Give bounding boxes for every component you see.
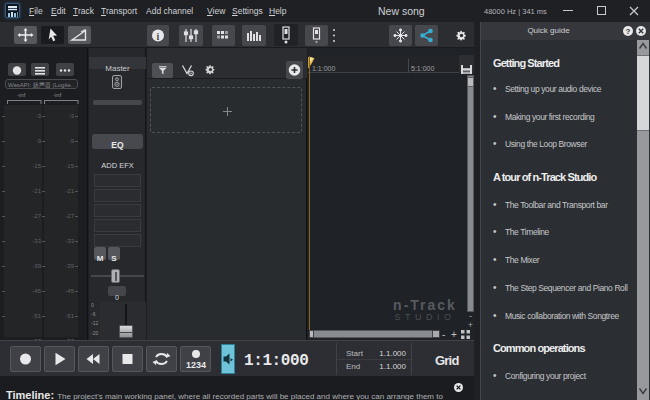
svg-text:?: ? — [626, 27, 631, 36]
svg-text:i: i — [157, 31, 160, 42]
svg-text:1234: 1234 — [186, 360, 206, 370]
